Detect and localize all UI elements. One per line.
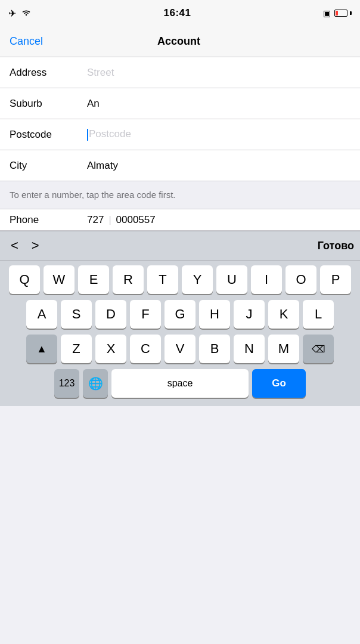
key-X[interactable]: X [95,335,126,363]
status-left: ✈ [8,8,32,19]
key-M[interactable]: M [268,335,299,363]
keyboard-row-3: ▲ Z X C V B N M ⌫ [2,335,358,363]
suburb-row[interactable]: Suburb An [0,88,360,119]
phone-area-code[interactable]: 727 [87,214,104,226]
battery-icon [334,10,352,17]
key-K[interactable]: K [268,300,299,329]
key-L[interactable]: L [303,300,334,329]
form-container: Address Street Suburb An Postcode Postco… [0,57,360,181]
cancel-button[interactable]: Cancel [10,35,43,48]
done-button[interactable]: Готово [318,240,354,252]
key-G[interactable]: G [165,300,195,329]
key-V[interactable]: V [165,335,195,363]
city-value[interactable]: Almaty [87,160,350,172]
suburb-value[interactable]: An [87,98,350,110]
key-J[interactable]: J [234,300,265,329]
status-bar: ✈ 16:41 ▣ [0,0,360,26]
phone-label: Phone [10,214,87,226]
hint-text: To enter a number, tap the area code fir… [10,190,176,200]
wifi-icon [21,8,32,18]
space-key[interactable]: space [111,369,249,398]
key-U[interactable]: U [216,265,247,294]
address-row[interactable]: Address Street [0,57,360,88]
key-T[interactable]: T [147,265,178,294]
suburb-label: Suburb [10,98,87,110]
key-S[interactable]: S [61,300,92,329]
prev-field-button[interactable]: < [6,236,23,256]
postcode-value[interactable]: Postcode [87,128,350,141]
city-row[interactable]: City Almaty [0,150,360,181]
keyboard-row-2: A S D F G H J K L [2,300,358,329]
delete-key[interactable]: ⌫ [303,335,334,363]
go-key[interactable]: Go [252,369,306,398]
address-value[interactable]: Street [87,67,350,79]
city-label: City [10,160,87,172]
key-B[interactable]: B [199,335,230,363]
status-time: 16:41 [164,7,191,19]
shift-key[interactable]: ▲ [26,335,57,363]
key-A[interactable]: A [26,300,57,329]
globe-key[interactable]: 🌐 [83,369,108,398]
hint-box: To enter a number, tap the area code fir… [0,181,360,209]
key-O[interactable]: O [285,265,316,294]
key-F[interactable]: F [130,300,161,329]
screen-icon: ▣ [323,8,331,18]
key-W[interactable]: W [44,265,75,294]
text-cursor [87,129,88,141]
numbers-key[interactable]: 123 [54,369,79,398]
key-D[interactable]: D [95,300,126,329]
postcode-row[interactable]: Postcode Postcode [0,119,360,150]
page-title: Account [157,35,200,48]
keyboard-toolbar: < > Готово [0,231,360,261]
address-label: Address [10,67,87,79]
key-Y[interactable]: Y [182,265,213,294]
keyboard: Q W E R T Y U I O P A S D F G H J K L ▲ … [0,261,360,406]
next-field-button[interactable]: > [27,236,44,256]
airplane-icon: ✈ [8,8,16,19]
key-C[interactable]: C [130,335,161,363]
key-H[interactable]: H [199,300,230,329]
phone-row-partial[interactable]: Phone 727 | 0000557 [0,209,360,231]
key-E[interactable]: E [78,265,109,294]
key-I[interactable]: I [251,265,282,294]
keyboard-row-4: 123 🌐 space Go [2,369,358,398]
key-R[interactable]: R [113,265,144,294]
phone-divider: | [108,215,111,225]
postcode-label: Postcode [10,129,87,141]
status-right: ▣ [323,8,352,18]
phone-number[interactable]: 0000557 [116,214,156,226]
keyboard-row-1: Q W E R T Y U I O P [2,265,358,294]
key-P[interactable]: P [320,265,351,294]
toolbar-nav: < > [6,236,44,256]
nav-bar: Cancel Account [0,26,360,57]
key-Z[interactable]: Z [61,335,92,363]
key-N[interactable]: N [234,335,265,363]
key-Q[interactable]: Q [9,265,40,294]
